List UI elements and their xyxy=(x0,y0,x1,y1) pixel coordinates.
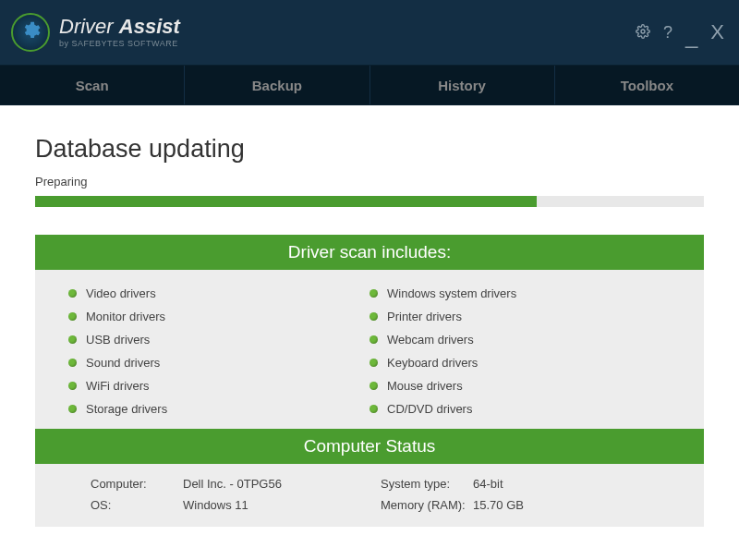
tab-history[interactable]: History xyxy=(370,66,555,104)
driver-label: Keyboard drivers xyxy=(387,356,478,370)
app-title: Driver Assist xyxy=(59,17,180,37)
bullet-icon xyxy=(68,405,77,413)
window-controls: ? _ X xyxy=(636,21,724,43)
driver-label: USB drivers xyxy=(86,333,150,347)
bullet-icon xyxy=(370,359,378,367)
status-label: System type: xyxy=(381,477,473,491)
status-label: OS: xyxy=(91,498,183,512)
list-item: USB drivers xyxy=(68,333,370,347)
list-item: Printer drivers xyxy=(370,310,671,323)
driver-label: Windows system drivers xyxy=(387,286,516,300)
bullet-icon xyxy=(370,335,378,344)
tab-toolbox[interactable]: Toolbox xyxy=(555,66,739,104)
driver-label: Sound drivers xyxy=(86,356,160,370)
driver-label: Mouse drivers xyxy=(387,379,463,393)
help-icon[interactable]: ? xyxy=(663,24,672,41)
driver-label: WiFi drivers xyxy=(86,379,150,393)
driver-col-left: Video drivers Monitor drivers USB driver… xyxy=(68,286,370,416)
tab-bar: Scan Backup History Toolbox xyxy=(0,65,739,105)
progress-fill xyxy=(35,196,537,207)
list-item: Monitor drivers xyxy=(68,310,370,323)
status-value: Dell Inc. - 0TPG56 xyxy=(183,477,282,491)
bullet-icon xyxy=(68,289,77,298)
list-item: Keyboard drivers xyxy=(370,356,671,370)
titlebar: Driver Assist by SAFEBYTES SOFTWARE ? _ … xyxy=(0,0,739,65)
bullet-icon xyxy=(370,405,378,413)
list-item: Sound drivers xyxy=(68,356,370,370)
status-label: Computer: xyxy=(91,477,183,491)
scan-includes-header: Driver scan includes: xyxy=(35,235,704,270)
bullet-icon xyxy=(370,289,378,298)
driver-label: CD/DVD drivers xyxy=(387,402,472,416)
status-label: Memory (RAM): xyxy=(381,498,473,512)
settings-icon[interactable] xyxy=(636,24,650,42)
svg-point-0 xyxy=(641,30,645,33)
bullet-icon xyxy=(68,359,77,367)
minimize-icon[interactable]: _ xyxy=(685,25,697,47)
computer-status-grid: Computer: Dell Inc. - 0TPG56 OS: Windows… xyxy=(35,464,704,527)
driver-label: Video drivers xyxy=(86,286,156,300)
driver-label: Printer drivers xyxy=(387,310,462,323)
bullet-icon xyxy=(68,312,77,321)
list-item: Video drivers xyxy=(68,286,370,300)
scan-includes-panel: Driver scan includes: Video drivers Moni… xyxy=(35,235,704,527)
list-item: CD/DVD drivers xyxy=(370,402,671,416)
status-text: Preparing xyxy=(35,175,704,189)
bullet-icon xyxy=(68,335,77,344)
computer-status-header: Computer Status xyxy=(35,429,704,464)
status-row-computer: Computer: Dell Inc. - 0TPG56 xyxy=(91,477,381,491)
list-item: Mouse drivers xyxy=(370,379,671,393)
status-row-os: OS: Windows 11 xyxy=(91,498,381,512)
status-value: 15.70 GB xyxy=(473,498,524,512)
app-logo: Driver Assist by SAFEBYTES SOFTWARE xyxy=(11,13,180,52)
status-row-memory: Memory (RAM): 15.70 GB xyxy=(381,498,671,512)
logo-icon xyxy=(11,13,50,52)
bullet-icon xyxy=(68,382,77,390)
main-content: Database updating Preparing Driver scan … xyxy=(0,105,739,560)
tab-scan[interactable]: Scan xyxy=(0,66,185,104)
page-title: Database updating xyxy=(35,135,704,164)
status-value: Windows 11 xyxy=(183,498,248,512)
list-item: Storage drivers xyxy=(68,402,370,416)
close-icon[interactable]: X xyxy=(710,22,724,43)
progress-bar xyxy=(35,196,704,207)
bullet-icon xyxy=(370,382,378,390)
bullet-icon xyxy=(370,312,378,321)
gear-icon xyxy=(20,20,41,44)
list-item: Webcam drivers xyxy=(370,333,671,347)
status-row-system-type: System type: 64-bit xyxy=(381,477,671,491)
list-item: WiFi drivers xyxy=(68,379,370,393)
driver-label: Monitor drivers xyxy=(86,310,165,323)
driver-label: Webcam drivers xyxy=(387,333,474,347)
app-subtitle: by SAFEBYTES SOFTWARE xyxy=(59,39,180,48)
driver-col-right: Windows system drivers Printer drivers W… xyxy=(370,286,671,416)
status-value: 64-bit xyxy=(473,477,503,491)
list-item: Windows system drivers xyxy=(370,286,671,300)
tab-backup[interactable]: Backup xyxy=(185,66,370,104)
driver-list: Video drivers Monitor drivers USB driver… xyxy=(68,286,671,416)
driver-label: Storage drivers xyxy=(86,402,167,416)
